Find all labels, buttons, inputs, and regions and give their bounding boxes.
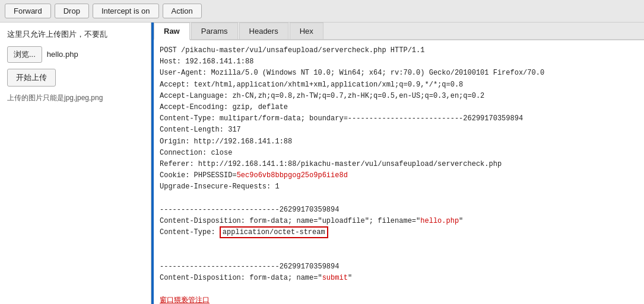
req-content-type-boxed: application/octet-stream (220, 226, 328, 238)
restriction-text: 上传的图片只能是jpg,jpeg,png (7, 92, 144, 103)
req-line9: Origin: http://192.168.141.1:88 (160, 137, 292, 146)
left-panel: 这里只允许上传图片，不要乱 浏览... hello.php 开始上传 上传的图片… (0, 23, 151, 304)
req-line5: Accept-Language: zh-CN,zh;q=0.8,zh-TW;q=… (160, 92, 484, 100)
req-line18-prefix: Content-Disposition: form-data; name=" (160, 274, 322, 282)
req-filename-value: hello.php (420, 217, 459, 225)
tab-raw[interactable]: Raw (154, 23, 190, 40)
req-line15-prefix: Content-Disposition: form-data; name="up… (160, 217, 420, 225)
browse-button[interactable]: 浏览... (7, 46, 42, 63)
req-line15-suffix: " (459, 217, 463, 225)
right-panel: Raw Params Headers Hex POST /pikachu-mas… (154, 23, 644, 304)
req-line4: Accept: text/html,application/xhtml+xml,… (160, 81, 463, 89)
request-body[interactable]: POST /pikachu-master/vul/unsafeupload/se… (154, 40, 644, 304)
toolbar: Forward Drop Intercept is on Action (0, 0, 644, 23)
req-line2: Host: 192.168.141.1:88 (160, 57, 253, 66)
req-line8: Content-Length: 317 (160, 126, 241, 134)
forward-button[interactable]: Forward (5, 4, 51, 18)
req-line13: Upgrade-Insecure-Requests: 1 (160, 183, 280, 191)
tab-headers[interactable]: Headers (239, 23, 288, 39)
req-line6: Accept-Encoding: gzip, deflate (160, 103, 288, 111)
req-line17: ----------------------------262991703598… (160, 263, 339, 271)
req-line16-prefix: Content-Type: (160, 228, 220, 236)
main-content: 这里只允许上传图片，不要乱 浏览... hello.php 开始上传 上传的图片… (0, 23, 644, 304)
intercept-button[interactable]: Intercept is on (93, 4, 159, 18)
file-name-label: hello.php (47, 50, 78, 59)
req-line18-suffix: " (348, 274, 352, 282)
drop-button[interactable]: Drop (55, 4, 89, 18)
description-text: 这里只允许上传图片，不要乱 (7, 28, 144, 40)
req-session-value: 5ec9o6vb8bbpgog25o9p6iie8d (237, 171, 348, 180)
req-line12-prefix: Cookie: PHPSESSID= (160, 171, 237, 180)
req-line1: POST /pikachu-master/vul/unsafeupload/se… (160, 46, 424, 55)
footer-link[interactable]: 窗口猥亵管注口 (160, 296, 210, 304)
tabs-bar: Raw Params Headers Hex (154, 23, 644, 40)
req-line10: Connection: close (160, 149, 232, 157)
req-line3: User-Agent: Mozilla/5.0 (Windows NT 10.0… (160, 69, 544, 77)
file-row: 浏览... hello.php (7, 46, 144, 63)
req-line11: Referer: http://192.168.141.1:88/pikachu… (160, 160, 502, 168)
action-button[interactable]: Action (163, 4, 202, 18)
upload-button[interactable]: 开始上传 (7, 69, 56, 87)
tab-hex[interactable]: Hex (290, 23, 323, 39)
tab-params[interactable]: Params (191, 23, 238, 39)
req-line7: Content-Type: multipart/form-data; bound… (160, 114, 523, 123)
req-line14: ----------------------------262991703598… (160, 206, 339, 214)
req-submit-value: submit (322, 274, 348, 282)
